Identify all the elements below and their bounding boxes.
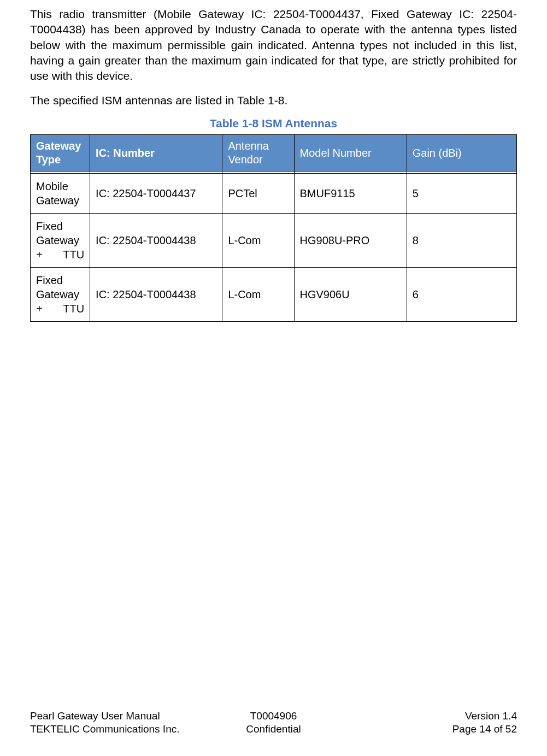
footer-page-number: Page 14 of 52 (353, 723, 517, 736)
footer-company: TEKTELIC Communications Inc. (30, 723, 194, 736)
ism-antennas-table: Gateway Type IC: Number Antenna Vendor M… (30, 134, 517, 322)
cell-vendor: L-Com (222, 214, 294, 268)
cell-model: HGV906U (294, 268, 407, 322)
th-gain: Gain (dBi) (407, 135, 516, 172)
table-row: Mobile Gateway IC: 22504-T0004437 PCTel … (31, 174, 517, 214)
page-footer: Pearl Gateway User Manual T0004906 Versi… (30, 710, 517, 736)
cell-gain: 6 (407, 268, 516, 322)
cell-ic-number: IC: 22504-T0004438 (90, 214, 222, 268)
footer-doc-title: Pearl Gateway User Manual (30, 710, 194, 723)
th-model: Model Number (294, 135, 407, 172)
table-header-row: Gateway Type IC: Number Antenna Vendor M… (31, 135, 517, 172)
cell-ic-number: IC: 22504-T0004437 (90, 174, 222, 214)
table-row: Fixed Gateway + TTU IC: 22504-T0004438 L… (31, 268, 517, 322)
th-vendor: Antenna Vendor (222, 135, 294, 172)
footer-version: Version 1.4 (353, 710, 517, 723)
th-gateway-type: Gateway Type (31, 135, 90, 172)
cell-gain: 8 (407, 214, 516, 268)
cell-gain: 5 (407, 174, 516, 214)
intro-paragraph-2: The specified ISM antennas are listed in… (30, 93, 517, 108)
footer-doc-number: T0004906 (194, 710, 353, 723)
cell-ic-number: IC: 22504-T0004438 (90, 268, 222, 322)
cell-vendor: PCTel (222, 174, 294, 214)
cell-model: HG908U-PRO (294, 214, 407, 268)
cell-gateway-type: Mobile Gateway (31, 174, 90, 214)
table-caption: Table 1-8 ISM Antennas (30, 117, 517, 130)
cell-gateway-type: Fixed Gateway + TTU (31, 214, 90, 268)
intro-paragraph-1: This radio transmitter (Mobile Gateway I… (30, 7, 517, 84)
th-ic-number: IC: Number (90, 135, 222, 172)
table-row: Fixed Gateway + TTU IC: 22504-T0004438 L… (31, 214, 517, 268)
cell-vendor: L-Com (222, 268, 294, 322)
cell-gateway-type: Fixed Gateway + TTU (31, 268, 90, 322)
footer-confidential: Confidential (194, 723, 353, 736)
cell-model: BMUF9115 (294, 174, 407, 214)
